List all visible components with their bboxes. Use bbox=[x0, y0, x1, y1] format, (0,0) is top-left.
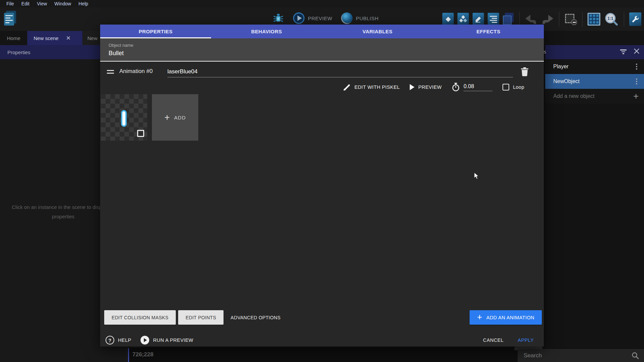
menu-window[interactable]: Window bbox=[51, 1, 75, 6]
cancel-button[interactable]: CANCEL bbox=[483, 337, 504, 343]
drag-handle-icon[interactable] bbox=[107, 70, 114, 75]
tab-properties[interactable]: PROPERTIES bbox=[100, 25, 211, 38]
add-animation-label: ADD AN ANIMATION bbox=[486, 315, 534, 320]
preview-animation-button[interactable]: PREVIEW bbox=[410, 84, 442, 90]
dialog-tab-bar: PROPERTIES BEHAVIORS VARIABLES EFFECTS bbox=[100, 25, 544, 38]
settings-wrench-icon[interactable] bbox=[629, 12, 641, 26]
status-bar-left bbox=[0, 348, 128, 362]
menu-view[interactable]: View bbox=[33, 1, 51, 6]
kebab-menu-icon[interactable] bbox=[635, 77, 639, 86]
pencil-glyph bbox=[475, 16, 482, 23]
advanced-options-button[interactable]: ADVANCED OPTIONS bbox=[226, 310, 285, 325]
preview-label: PREVIEW bbox=[308, 15, 332, 21]
animation-title: Animation #0 bbox=[119, 68, 153, 75]
layer-front-glyph bbox=[503, 15, 512, 25]
plus-icon: + bbox=[633, 91, 639, 102]
object-item-label: Player bbox=[553, 64, 568, 70]
tab-new-scene[interactable]: New scene ✕ bbox=[27, 31, 82, 45]
menu-file[interactable]: File bbox=[3, 1, 18, 6]
loop-toggle-group: Loop bbox=[502, 84, 524, 90]
preview-button[interactable]: PREVIEW bbox=[293, 12, 337, 24]
close-panel-icon[interactable] bbox=[634, 48, 640, 54]
frames-row: + ADD bbox=[101, 94, 198, 141]
add-frame-tile[interactable]: + ADD bbox=[152, 94, 198, 141]
animation-name-field[interactable] bbox=[167, 66, 513, 77]
dialog-footer: ? HELP RUN A PREVIEW CANCEL APPLY bbox=[106, 333, 534, 347]
menu-help[interactable]: Help bbox=[75, 1, 92, 6]
toolbar-divider bbox=[624, 12, 624, 27]
search-input[interactable] bbox=[524, 352, 631, 359]
properties-panel-title: Properties bbox=[7, 49, 30, 55]
edit-with-piskel-label: EDIT WITH PISKEL bbox=[354, 84, 400, 90]
redo-icon[interactable] bbox=[541, 14, 554, 24]
project-manager-icon[interactable] bbox=[4, 11, 17, 26]
tab-behaviors[interactable]: BEHAVIORS bbox=[211, 25, 322, 38]
duration-field[interactable] bbox=[464, 83, 492, 91]
tab-variables[interactable]: VARIABLES bbox=[322, 25, 433, 38]
play-icon bbox=[410, 84, 414, 90]
grid-icon[interactable] bbox=[588, 13, 600, 26]
tab-home[interactable]: Home bbox=[0, 31, 27, 45]
svg-text:1:1: 1:1 bbox=[607, 16, 613, 21]
page-lines-decoration bbox=[4, 13, 14, 26]
wrench-glyph bbox=[631, 15, 639, 23]
run-preview-button[interactable]: RUN A PREVIEW bbox=[140, 336, 193, 345]
object-groups-icon[interactable] bbox=[457, 13, 469, 26]
play-circle-icon bbox=[140, 336, 149, 345]
plus-icon: + bbox=[164, 112, 170, 123]
filter-icon[interactable] bbox=[620, 49, 627, 55]
object-name-field[interactable] bbox=[109, 50, 310, 57]
objects-panel: Objects Player NewObject Add a new objec… bbox=[545, 45, 644, 348]
edit-points-button[interactable]: EDIT POINTS bbox=[178, 310, 224, 325]
edit-collision-masks-button[interactable]: EDIT COLLISION MASKS bbox=[104, 310, 176, 325]
cursor-coordinates-label: 726;228 bbox=[132, 351, 153, 358]
publish-globe-icon bbox=[341, 12, 353, 24]
help-icon: ? bbox=[106, 336, 114, 345]
object-properties-dialog: PROPERTIES BEHAVIORS VARIABLES EFFECTS O… bbox=[100, 25, 544, 347]
mouse-cursor bbox=[474, 172, 479, 180]
edit-with-piskel-button[interactable]: EDIT WITH PISKEL bbox=[343, 83, 400, 91]
help-label: HELP bbox=[118, 337, 131, 343]
object-name-label: Object name bbox=[109, 43, 544, 48]
search-icon[interactable] bbox=[631, 352, 639, 360]
laser-bullet-sprite bbox=[121, 110, 127, 127]
brush-icon bbox=[343, 83, 351, 91]
edit-scene-icon[interactable] bbox=[473, 13, 484, 26]
menu-bar: File Edit View Window Help bbox=[0, 0, 644, 7]
toolbar-divider bbox=[582, 12, 582, 27]
help-button[interactable]: ? HELP bbox=[106, 336, 131, 345]
menu-edit[interactable]: Edit bbox=[18, 1, 33, 6]
tab-effects[interactable]: EFFECTS bbox=[433, 25, 544, 38]
loop-checkbox[interactable] bbox=[502, 84, 509, 90]
status-bar: 726;228 bbox=[0, 348, 644, 362]
preview-play-icon bbox=[293, 12, 305, 24]
plus-icon: + bbox=[477, 312, 482, 322]
active-tab-indicator bbox=[100, 37, 211, 38]
add-new-object-row[interactable]: Add a new object + bbox=[545, 89, 644, 104]
delete-animation-button[interactable] bbox=[520, 67, 529, 76]
zoom-1-1-icon[interactable]: 1:1 bbox=[604, 12, 619, 26]
add-animation-button[interactable]: + ADD AN ANIMATION bbox=[470, 310, 542, 325]
publish-button[interactable]: PUBLISH bbox=[341, 12, 384, 24]
list-glyph bbox=[490, 16, 497, 23]
kebab-menu-icon[interactable] bbox=[635, 62, 639, 71]
apply-button[interactable]: APPLY bbox=[518, 337, 534, 343]
frame-select-checkbox[interactable] bbox=[137, 130, 144, 137]
run-preview-label: RUN A PREVIEW bbox=[153, 337, 193, 343]
clear-selection-icon[interactable] bbox=[564, 13, 577, 25]
layers-icon[interactable] bbox=[503, 13, 514, 26]
debug-icon[interactable] bbox=[273, 12, 284, 24]
animation-frame-thumbnail[interactable] bbox=[101, 94, 147, 141]
animation-header-row: Animation #0 bbox=[100, 66, 544, 78]
object-item-newobject[interactable]: NewObject bbox=[545, 74, 644, 89]
stopwatch-icon bbox=[452, 83, 460, 92]
object-item-player[interactable]: Player bbox=[545, 59, 644, 74]
events-sheet-icon[interactable] bbox=[488, 13, 499, 26]
dialog-actions-row: EDIT COLLISION MASKS EDIT POINTS ADVANCE… bbox=[104, 310, 542, 325]
cube-glyph bbox=[445, 16, 451, 22]
undo-icon[interactable] bbox=[525, 14, 537, 24]
add-frame-label: ADD bbox=[174, 115, 186, 120]
close-tab-icon[interactable]: ✕ bbox=[66, 35, 71, 42]
objects-search-bar bbox=[518, 349, 644, 362]
add-object-icon[interactable] bbox=[442, 13, 454, 26]
